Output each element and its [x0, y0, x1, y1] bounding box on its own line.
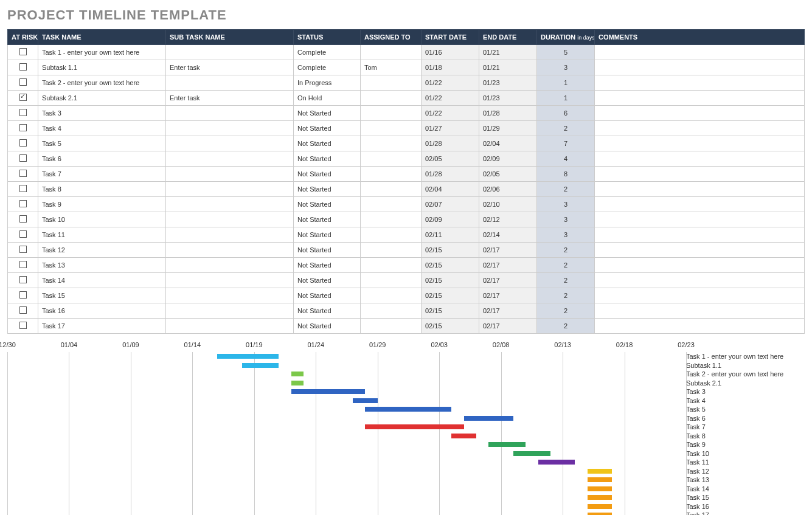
risk-checkbox[interactable]: [19, 215, 27, 223]
start-cell[interactable]: 02/15: [422, 243, 479, 258]
start-cell[interactable]: 02/05: [422, 151, 479, 167]
risk-checkbox[interactable]: [19, 276, 27, 283]
start-cell[interactable]: 01/27: [422, 121, 479, 136]
task-cell[interactable]: Task 9: [38, 197, 166, 212]
assigned-cell[interactable]: Tom: [361, 60, 422, 75]
risk-checkbox[interactable]: [19, 63, 27, 71]
subtask-cell[interactable]: [166, 273, 294, 288]
start-cell[interactable]: 02/04: [422, 182, 479, 197]
risk-checkbox[interactable]: [19, 139, 27, 147]
comments-cell[interactable]: [595, 182, 805, 197]
comments-cell[interactable]: [595, 75, 805, 91]
status-cell[interactable]: Not Started: [294, 212, 361, 227]
end-cell[interactable]: 01/28: [479, 106, 537, 121]
start-cell[interactable]: 01/16: [422, 45, 479, 60]
assigned-cell[interactable]: [361, 45, 422, 60]
risk-checkbox[interactable]: [19, 124, 27, 131]
status-cell[interactable]: Not Started: [294, 288, 361, 303]
risk-checkbox[interactable]: [19, 170, 27, 177]
end-cell[interactable]: 02/14: [479, 227, 537, 243]
subtask-cell[interactable]: [166, 243, 294, 258]
comments-cell[interactable]: [595, 136, 805, 151]
risk-checkbox[interactable]: [19, 230, 27, 238]
assigned-cell[interactable]: [361, 319, 422, 334]
risk-checkbox[interactable]: [19, 109, 27, 116]
task-cell[interactable]: Task 17: [38, 319, 166, 334]
subtask-cell[interactable]: Enter task: [166, 91, 294, 106]
status-cell[interactable]: Not Started: [294, 182, 361, 197]
comments-cell[interactable]: [595, 319, 805, 334]
task-cell[interactable]: Task 1 - enter your own text here: [38, 45, 166, 60]
comments-cell[interactable]: [595, 91, 805, 106]
comments-cell[interactable]: [595, 303, 805, 319]
status-cell[interactable]: Not Started: [294, 197, 361, 212]
comments-cell[interactable]: [595, 60, 805, 75]
start-cell[interactable]: 01/22: [422, 91, 479, 106]
risk-checkbox[interactable]: [19, 322, 27, 329]
comments-cell[interactable]: [595, 167, 805, 182]
risk-checkbox[interactable]: [19, 246, 27, 253]
assigned-cell[interactable]: [361, 121, 422, 136]
start-cell[interactable]: 02/15: [422, 288, 479, 303]
end-cell[interactable]: 02/17: [479, 273, 537, 288]
task-cell[interactable]: Subtask 1.1: [38, 60, 166, 75]
task-cell[interactable]: Task 13: [38, 258, 166, 273]
task-cell[interactable]: Task 4: [38, 121, 166, 136]
subtask-cell[interactable]: [166, 75, 294, 91]
end-cell[interactable]: 02/04: [479, 136, 537, 151]
assigned-cell[interactable]: [361, 258, 422, 273]
end-cell[interactable]: 01/23: [479, 91, 537, 106]
subtask-cell[interactable]: [166, 167, 294, 182]
assigned-cell[interactable]: [361, 273, 422, 288]
subtask-cell[interactable]: [166, 303, 294, 319]
subtask-cell[interactable]: [166, 106, 294, 121]
status-cell[interactable]: Not Started: [294, 258, 361, 273]
task-cell[interactable]: Task 12: [38, 243, 166, 258]
risk-checkbox[interactable]: [19, 306, 27, 314]
status-cell[interactable]: Not Started: [294, 319, 361, 334]
end-cell[interactable]: 02/05: [479, 167, 537, 182]
comments-cell[interactable]: [595, 121, 805, 136]
comments-cell[interactable]: [595, 258, 805, 273]
risk-checkbox[interactable]: [19, 48, 27, 55]
start-cell[interactable]: 02/15: [422, 258, 479, 273]
assigned-cell[interactable]: [361, 151, 422, 167]
comments-cell[interactable]: [595, 151, 805, 167]
assigned-cell[interactable]: [361, 91, 422, 106]
subtask-cell[interactable]: [166, 197, 294, 212]
subtask-cell[interactable]: [166, 319, 294, 334]
task-cell[interactable]: Task 8: [38, 182, 166, 197]
end-cell[interactable]: 02/17: [479, 258, 537, 273]
task-cell[interactable]: Task 3: [38, 106, 166, 121]
assigned-cell[interactable]: [361, 106, 422, 121]
status-cell[interactable]: Not Started: [294, 227, 361, 243]
task-cell[interactable]: Task 14: [38, 273, 166, 288]
start-cell[interactable]: 02/15: [422, 319, 479, 334]
start-cell[interactable]: 02/09: [422, 212, 479, 227]
risk-checkbox[interactable]: [19, 78, 27, 86]
status-cell[interactable]: Not Started: [294, 243, 361, 258]
status-cell[interactable]: Not Started: [294, 151, 361, 167]
start-cell[interactable]: 01/28: [422, 167, 479, 182]
assigned-cell[interactable]: [361, 75, 422, 91]
task-cell[interactable]: Task 10: [38, 212, 166, 227]
end-cell[interactable]: 02/12: [479, 212, 537, 227]
assigned-cell[interactable]: [361, 303, 422, 319]
risk-checkbox[interactable]: [19, 291, 27, 299]
comments-cell[interactable]: [595, 243, 805, 258]
comments-cell[interactable]: [595, 273, 805, 288]
end-cell[interactable]: 02/17: [479, 303, 537, 319]
task-cell[interactable]: Task 16: [38, 303, 166, 319]
end-cell[interactable]: 01/21: [479, 45, 537, 60]
end-cell[interactable]: 01/21: [479, 60, 537, 75]
risk-checkbox[interactable]: [19, 261, 27, 268]
end-cell[interactable]: 02/17: [479, 319, 537, 334]
subtask-cell[interactable]: [166, 121, 294, 136]
status-cell[interactable]: Complete: [294, 45, 361, 60]
start-cell[interactable]: 01/28: [422, 136, 479, 151]
start-cell[interactable]: 02/15: [422, 303, 479, 319]
subtask-cell[interactable]: [166, 151, 294, 167]
status-cell[interactable]: Complete: [294, 60, 361, 75]
assigned-cell[interactable]: [361, 197, 422, 212]
subtask-cell[interactable]: [166, 288, 294, 303]
